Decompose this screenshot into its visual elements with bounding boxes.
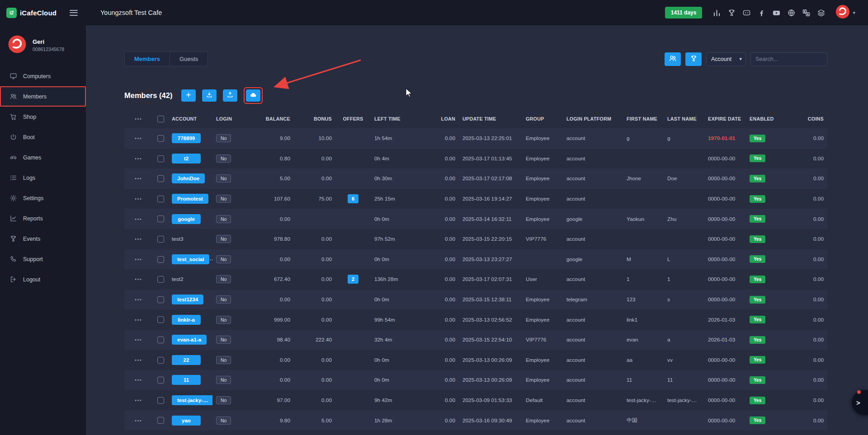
cloud-import-button[interactable] xyxy=(246,89,260,102)
row-actions-icon[interactable]: ••• xyxy=(135,378,142,383)
row-actions[interactable]: ••• xyxy=(124,309,153,330)
row-actions[interactable]: ••• xyxy=(124,390,153,411)
tab-members[interactable]: Members xyxy=(124,51,170,66)
enabled-badge[interactable]: Yes xyxy=(750,296,765,304)
select-all-checkbox[interactable] xyxy=(157,116,164,122)
row-checkbox[interactable] xyxy=(157,175,164,182)
row-actions[interactable]: ••• xyxy=(124,128,153,149)
translate-icon[interactable] xyxy=(802,9,811,17)
enabled-badge[interactable]: Yes xyxy=(750,397,765,404)
sidebar-item-reports[interactable]: Reports xyxy=(0,208,86,229)
search-category-select[interactable]: Account xyxy=(706,52,746,66)
row-checkbox[interactable] xyxy=(157,357,164,364)
row-actions[interactable]: ••• xyxy=(124,209,153,229)
col-header-group[interactable]: GROUP xyxy=(522,109,563,128)
account-text[interactable]: test2 xyxy=(172,276,184,282)
col-header-coins[interactable]: COINS xyxy=(784,109,827,128)
row-checkbox[interactable] xyxy=(157,276,164,283)
website-icon[interactable] xyxy=(787,9,796,17)
enabled-badge[interactable]: Yes xyxy=(750,195,765,203)
account-badge[interactable]: test-jacky-sub xyxy=(172,395,212,405)
sidebar-item-events[interactable]: Events xyxy=(0,229,86,249)
account-badge[interactable]: Promotest xyxy=(172,194,208,204)
col-header-login[interactable]: LOGIN xyxy=(212,109,253,128)
row-actions[interactable]: ••• xyxy=(124,168,153,189)
offers-badge[interactable]: 6 xyxy=(348,194,359,203)
import-members-button[interactable] xyxy=(202,89,217,102)
enabled-badge[interactable]: Yes xyxy=(750,356,765,364)
search-input[interactable] xyxy=(750,52,827,66)
row-checkbox[interactable] xyxy=(157,135,164,142)
sidebar-toggle-button[interactable] xyxy=(68,6,80,19)
col-header-expire-date[interactable]: EXPIRE DATE xyxy=(704,109,746,128)
enabled-badge[interactable]: Yes xyxy=(750,376,765,384)
sidebar-item-logs[interactable]: Logs xyxy=(0,168,86,188)
sidebar-item-logout[interactable]: Logout xyxy=(0,269,86,290)
enabled-badge[interactable]: Yes xyxy=(750,416,765,424)
enabled-badge[interactable]: Yes xyxy=(750,276,765,283)
account-badge[interactable]: evan-a1-a xyxy=(172,335,207,345)
col-header-enabled[interactable]: ENABLED xyxy=(746,109,784,128)
col-header-update-time[interactable]: UPDATE TIME xyxy=(459,109,522,128)
account-badge[interactable]: t2 xyxy=(172,154,201,164)
row-checkbox[interactable] xyxy=(157,296,164,303)
discord-icon[interactable] xyxy=(742,9,751,17)
col-header-loan[interactable]: LOAN xyxy=(429,109,459,128)
add-member-button[interactable] xyxy=(181,89,196,102)
row-actions[interactable]: ••• xyxy=(124,229,153,249)
row-actions[interactable]: ••• xyxy=(124,330,153,350)
account-badge[interactable]: yao xyxy=(172,416,201,426)
account-badge[interactable]: JohnDoe xyxy=(172,173,205,183)
row-actions-icon[interactable]: ••• xyxy=(135,156,142,161)
youtube-icon[interactable] xyxy=(772,9,781,17)
row-checkbox[interactable] xyxy=(157,256,164,263)
offers-badge[interactable]: 2 xyxy=(348,275,359,284)
row-actions-icon[interactable]: ••• xyxy=(135,277,142,282)
row-actions[interactable]: ••• xyxy=(124,149,153,169)
account-menu[interactable]: ▾ xyxy=(835,4,855,21)
account-badge[interactable]: 778899 xyxy=(172,133,201,143)
integrations-icon[interactable] xyxy=(817,9,826,17)
export-members-button[interactable] xyxy=(223,89,237,102)
stats-icon[interactable] xyxy=(712,9,721,17)
enabled-badge[interactable]: Yes xyxy=(750,316,765,323)
enabled-badge[interactable]: Yes xyxy=(750,255,765,263)
row-actions-icon[interactable]: ••• xyxy=(135,196,142,201)
row-actions[interactable]: ••• xyxy=(124,410,153,430)
account-text[interactable]: test3 xyxy=(172,236,184,242)
row-actions-icon[interactable]: ••• xyxy=(135,176,142,181)
col-header-offers[interactable]: OFFERS xyxy=(335,109,371,128)
row-checkbox[interactable] xyxy=(157,196,164,202)
sidebar-item-games[interactable]: Games xyxy=(0,147,86,168)
sidebar-item-support[interactable]: Support xyxy=(0,249,86,269)
account-badge[interactable]: test1234 xyxy=(172,295,203,304)
col-header-login-platform[interactable]: LOGIN PLATFORM xyxy=(563,109,623,128)
row-actions[interactable]: ••• xyxy=(124,189,153,209)
row-checkbox[interactable] xyxy=(157,215,164,222)
row-checkbox[interactable] xyxy=(157,377,164,384)
enabled-badge[interactable]: Yes xyxy=(750,135,765,142)
row-actions-icon[interactable]: ••• xyxy=(135,318,142,323)
app-logo[interactable]: i2 iCafeCloud xyxy=(6,8,57,18)
col-header-balance[interactable]: BALANCE xyxy=(253,109,294,128)
row-actions-icon[interactable]: ••• xyxy=(135,297,142,302)
sidebar-item-boot[interactable]: Boot xyxy=(0,127,86,147)
row-checkbox[interactable] xyxy=(157,155,164,162)
account-badge[interactable]: test_social xyxy=(172,254,209,264)
account-badge[interactable]: google xyxy=(172,214,201,224)
account-badge[interactable]: linklr-a xyxy=(172,315,201,325)
enabled-badge[interactable]: Yes xyxy=(750,175,765,182)
sidebar-item-shop[interactable]: Shop xyxy=(0,107,86,127)
guests-view-button[interactable] xyxy=(685,52,702,66)
row-actions[interactable]: ••• xyxy=(124,269,153,290)
row-actions-icon[interactable]: ••• xyxy=(135,418,142,423)
enabled-badge[interactable]: Yes xyxy=(750,235,765,243)
col-header-account[interactable]: ACCOUNT xyxy=(168,109,212,128)
row-actions-icon[interactable]: ••• xyxy=(135,257,142,262)
row-actions[interactable]: ••• xyxy=(124,350,153,370)
row-actions-icon[interactable]: ••• xyxy=(135,358,142,363)
row-checkbox[interactable] xyxy=(157,236,164,243)
col-header-bonus[interactable]: BONUS xyxy=(294,109,335,128)
trophy-icon[interactable] xyxy=(727,9,736,17)
columns-menu-icon[interactable]: ••• xyxy=(135,117,142,122)
